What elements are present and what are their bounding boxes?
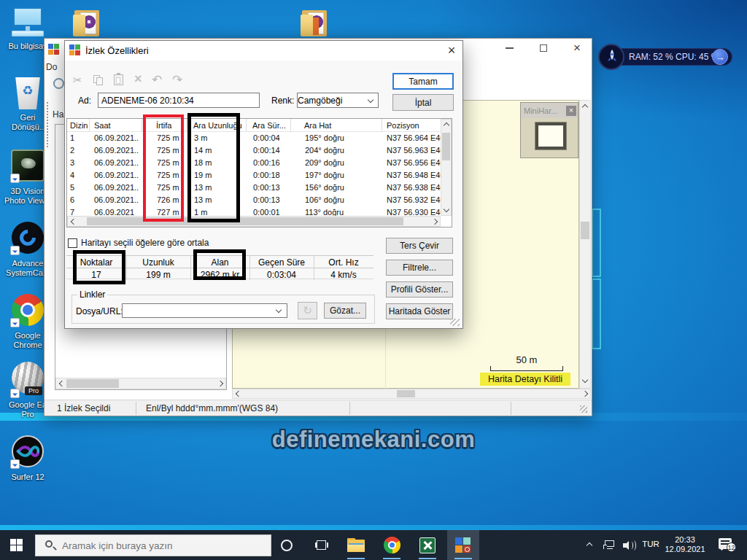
cut-icon[interactable]: ✂ (73, 74, 82, 87)
action-center-button[interactable]: 12 (711, 530, 743, 560)
col-header[interactable]: Dizin (67, 119, 89, 131)
table-row[interactable]: 306.09.2021..725 m18 m0:00:16209° doğruN… (67, 157, 441, 169)
scroll-up-icon (582, 104, 588, 110)
scrollbar-thumb[interactable] (442, 133, 450, 160)
browse-button[interactable]: Gözat... (324, 303, 366, 319)
table-row[interactable]: 106.09.2021..725 m3 m0:00:04195° doğruN3… (67, 132, 441, 144)
undo-icon[interactable]: ↶ (152, 72, 162, 88)
chevron-down-icon (276, 307, 282, 313)
shortcut-arrow-icon (10, 389, 20, 398)
map-vscrollbar[interactable] (579, 100, 591, 389)
scrollbar-thumb[interactable] (397, 390, 415, 397)
dialog-title: İzlek Özellikleri (85, 45, 149, 56)
profile-label: Profili Göster... (391, 284, 449, 295)
minimap-close-button[interactable]: × (566, 106, 576, 116)
scroll-right-icon (217, 381, 223, 386)
taskbar-file-explorer[interactable] (340, 530, 372, 560)
col-header[interactable]: Ara Hat (291, 119, 382, 131)
scrollbar-thumb[interactable] (66, 379, 119, 388)
copy-icon[interactable] (93, 75, 104, 85)
taskbar-chrome[interactable] (376, 530, 408, 560)
clock-time: 20:33 (662, 535, 708, 545)
delete-icon[interactable]: × (134, 71, 142, 87)
redo-icon[interactable]: ↷ (172, 72, 182, 88)
taskbar-map-app-active[interactable] (447, 530, 479, 560)
filter-button[interactable]: Filtrele... (386, 260, 453, 276)
dialog-close-button[interactable]: × (442, 42, 461, 59)
taskbar-search[interactable] (35, 534, 271, 556)
cortana-icon (281, 540, 293, 551)
stat-header: Uzunluk (126, 257, 190, 268)
refresh-button[interactable]: ↻ (298, 302, 317, 319)
table-row[interactable]: 706.09.2021727 m1 m0:00:01113° doğruN37 … (67, 206, 441, 216)
map-scale-bar (490, 366, 563, 371)
cancel-button[interactable]: İptal (392, 94, 454, 111)
col-header[interactable]: Pozisyon (382, 119, 441, 131)
cortana-button[interactable] (271, 530, 303, 560)
toolbar-button-partial[interactable] (53, 78, 64, 89)
search-input[interactable] (62, 540, 259, 551)
dialog-resize-grip[interactable] (450, 319, 460, 326)
refresh-icon: ↻ (303, 304, 312, 317)
table-row[interactable]: 206.09.2021..725 m14 m0:00:14204° doğruN… (67, 144, 441, 157)
ram-cpu-widget[interactable]: RAM: 52 % CPU: 45 % → (598, 42, 732, 71)
map-gridline (385, 319, 386, 389)
table-row[interactable]: 506.09.2021..725 m13 m0:00:13156° doğruN… (67, 182, 441, 194)
table-row[interactable]: 406.09.2021..725 m19 m0:00:18197° doğruN… (67, 169, 441, 182)
minimize-button[interactable] (498, 39, 520, 58)
status-coords: Enl/Byl hddd°mm.mmm'(WGS 84) (146, 403, 278, 413)
resize-grip[interactable] (580, 405, 587, 413)
scrollbar-thumb[interactable] (87, 217, 403, 225)
taskbar-excel[interactable] (411, 530, 444, 560)
table-row[interactable]: 606.09.2021..726 m13 m0:00:13106° doğruN… (67, 194, 441, 206)
filter-label: Filtrele... (403, 262, 436, 273)
col-header[interactable]: İrtifa (142, 119, 186, 131)
minimap-viewport[interactable] (535, 122, 566, 149)
map-scale-label: 50 m (490, 354, 563, 365)
ok-button[interactable]: Tamam (392, 73, 454, 90)
ram-cpu-text: RAM: 52 % CPU: 45 % (629, 52, 716, 62)
panel-hscrollbar[interactable] (55, 378, 226, 389)
desktop-folder-icon[interactable] (73, 6, 101, 38)
table-vscrollbar[interactable] (441, 119, 452, 216)
desktop-folder-icon[interactable] (301, 6, 328, 38)
menu-partial[interactable]: Do (46, 62, 57, 72)
maximize-button[interactable] (533, 39, 554, 58)
tray-clock[interactable]: 20:33 12.09.2021 (662, 535, 708, 554)
status-selection: 1 İzlek Seçildi (57, 403, 110, 413)
table-hscrollbar[interactable] (67, 216, 441, 227)
center-map-checkbox-label[interactable]: Haritayı seçili öğelere göre ortala (81, 238, 209, 248)
center-map-checkbox[interactable] (68, 238, 77, 248)
close-button[interactable]: × (566, 39, 588, 58)
col-header[interactable]: Saat (90, 119, 142, 131)
col-header[interactable]: Ara Uzunluğu (187, 119, 246, 131)
col-header[interactable]: Ara Sür... (247, 119, 290, 131)
running-indicator (383, 558, 400, 560)
file-url-combobox[interactable] (122, 303, 287, 318)
color-combobox[interactable]: Camgöbeği (297, 93, 379, 108)
minimap-titlebar[interactable]: MiniHar... × (521, 103, 578, 118)
toolbar-drag-handle[interactable] (47, 102, 48, 147)
tray-expand-button[interactable] (578, 530, 600, 560)
map-hscrollbar[interactable] (232, 389, 591, 399)
show-profile-button[interactable]: Profili Göster... (386, 281, 453, 298)
clock-date: 12.09.2021 (662, 545, 708, 554)
running-indicator (419, 558, 436, 560)
tray-language[interactable]: TUR (639, 540, 662, 548)
scroll-left-icon (59, 381, 65, 386)
stat-value: 17 (66, 270, 126, 280)
task-view-button[interactable] (305, 530, 337, 560)
tray-volume[interactable] (619, 530, 640, 560)
scrollbar-thumb[interactable] (581, 222, 589, 239)
tray-network[interactable] (598, 530, 620, 560)
reverse-button[interactable]: Ters Çevir (386, 238, 453, 254)
show-on-map-button[interactable]: Haritada Göster (386, 303, 453, 319)
paste-icon[interactable] (114, 74, 123, 85)
minimap-panel[interactable]: MiniHar... × (520, 102, 578, 158)
name-input[interactable] (98, 93, 260, 108)
tab-partial[interactable]: Ha (53, 109, 63, 120)
scroll-right-icon (582, 391, 588, 397)
widget-arrow-button[interactable]: → (712, 49, 728, 65)
close-icon: × (569, 106, 573, 114)
start-button[interactable] (0, 530, 32, 560)
